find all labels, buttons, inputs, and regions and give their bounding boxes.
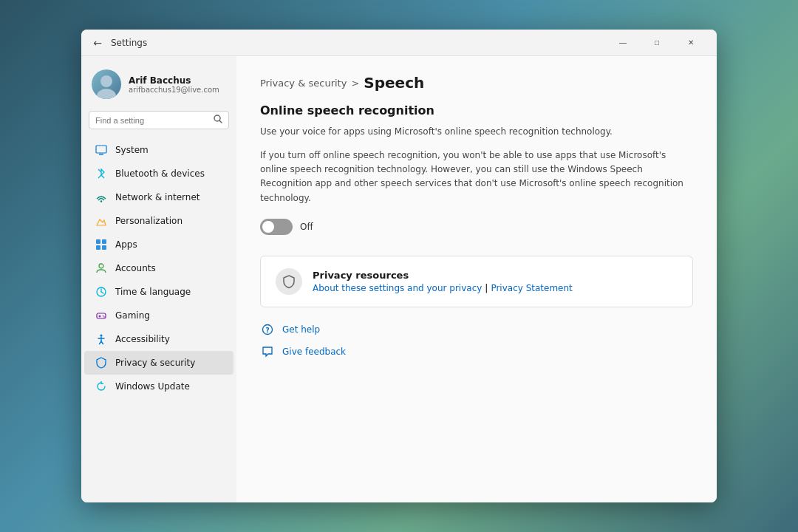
svg-text:?: ? [266,327,270,334]
privacy-card-content: Privacy resources About these settings a… [313,270,573,293]
give-feedback-label: Give feedback [282,347,346,357]
privacy-statement-link[interactable]: Privacy Statement [491,283,572,293]
sidebar-item-update[interactable]: Windows Update [84,375,233,398]
give-feedback-icon [260,344,275,359]
sidebar-label-update: Windows Update [115,381,190,392]
speech-toggle[interactable] [260,219,293,235]
sidebar-label-apps: Apps [115,239,137,250]
sidebar-label-personalization: Personalization [115,216,183,226]
apps-icon [95,238,108,251]
sidebar-item-accessibility[interactable]: Accessibility [84,327,233,351]
window-title: Settings [111,38,606,48]
user-email: arifbacchus19@live.com [129,86,219,94]
sidebar-label-accessibility: Accessibility [115,334,170,344]
svg-rect-5 [99,154,103,155]
sidebar-label-system: System [115,145,149,155]
window-controls: — □ ✕ [606,31,708,55]
avatar [92,69,121,99]
svg-point-1 [97,89,116,99]
svg-rect-9 [96,239,100,244]
sidebar-item-apps[interactable]: Apps [84,233,233,256]
privacy-card-links: About these settings and your privacy | … [313,283,573,293]
sidebar-label-privacy: Privacy & security [115,358,195,368]
privacy-resources-card: Privacy resources About these settings a… [260,256,693,307]
svg-rect-11 [96,245,100,250]
window-content: Arif Bacchus arifbacchus19@live.com [81,56,717,502]
personalization-icon [95,214,108,228]
minimize-button[interactable]: — [606,31,640,55]
accounts-icon [95,262,108,275]
back-button[interactable]: ← [90,35,105,50]
breadcrumb: Privacy & security > Speech [260,74,693,92]
svg-line-3 [219,120,222,123]
privacy-card-title: Privacy resources [313,270,573,281]
user-section: Arif Bacchus arifbacchus19@live.com [81,62,236,111]
system-icon [95,143,108,157]
svg-rect-12 [102,245,106,250]
network-icon [95,191,108,204]
get-help-label: Get help [282,324,320,335]
sidebar-label-bluetooth: Bluetooth & devices [115,168,205,179]
search-input[interactable] [95,116,209,125]
sidebar-item-gaming[interactable]: Gaming [84,304,233,327]
svg-line-16 [101,292,103,293]
sidebar-item-system[interactable]: System [84,138,233,162]
sidebar-item-personalization[interactable]: Personalization [84,209,233,233]
section-description-2: If you turn off online speech recognitio… [260,149,693,205]
main-content: Privacy & security > Speech Online speec… [236,56,717,502]
toggle-knob [262,221,274,233]
sidebar-item-privacy[interactable]: Privacy & security [84,351,233,375]
breadcrumb-current: Speech [364,74,424,92]
update-icon [95,380,108,393]
section-title: Online speech recognition [260,103,693,117]
search-icon [214,115,222,126]
sidebar-item-time[interactable]: Time & language [84,280,233,304]
maximize-button[interactable]: □ [640,31,674,55]
accessibility-icon [95,332,108,346]
svg-rect-4 [96,146,106,153]
breadcrumb-parent[interactable]: Privacy & security [260,78,347,89]
link-separator: | [485,283,488,293]
about-settings-link[interactable]: About these settings and your privacy [313,283,482,293]
get-help-icon: ? [260,322,275,337]
titlebar: ← Settings — □ ✕ [81,30,717,56]
bluetooth-icon [95,167,108,180]
privacy-card-icon [276,268,302,295]
sidebar-label-gaming: Gaming [115,310,150,321]
sidebar-label-time: Time & language [115,287,191,297]
section-description-1: Use your voice for apps using Microsoft'… [260,125,693,138]
breadcrumb-separator: > [351,78,359,89]
gaming-icon [95,309,108,322]
search-box[interactable] [89,111,229,129]
sidebar-label-network: Network & internet [115,192,200,202]
settings-window: ← Settings — □ ✕ Arif Bacchus arifbacchu… [81,30,717,502]
svg-rect-10 [102,239,106,244]
sidebar: Arif Bacchus arifbacchus19@live.com [81,56,236,502]
close-button[interactable]: ✕ [674,31,708,55]
svg-line-7 [98,175,101,178]
toggle-label: Off [300,222,313,232]
svg-point-22 [100,335,103,337]
speech-toggle-row: Off [260,219,693,235]
get-help-row[interactable]: ? Get help [260,322,693,337]
svg-rect-17 [97,313,106,318]
time-icon [95,285,108,299]
sidebar-item-accounts[interactable]: Accounts [84,256,233,280]
sidebar-item-bluetooth[interactable]: Bluetooth & devices [84,162,233,185]
svg-point-8 [100,200,102,202]
privacy-icon [95,356,108,369]
svg-point-21 [103,316,105,318]
sidebar-label-accounts: Accounts [115,263,156,273]
user-info: Arif Bacchus arifbacchus19@live.com [129,75,219,94]
give-feedback-row[interactable]: Give feedback [260,344,693,359]
sidebar-item-network[interactable]: Network & internet [84,185,233,209]
svg-point-0 [100,75,112,87]
svg-point-13 [99,264,103,268]
user-name: Arif Bacchus [129,75,219,86]
svg-line-26 [101,341,103,344]
svg-point-20 [103,316,104,317]
